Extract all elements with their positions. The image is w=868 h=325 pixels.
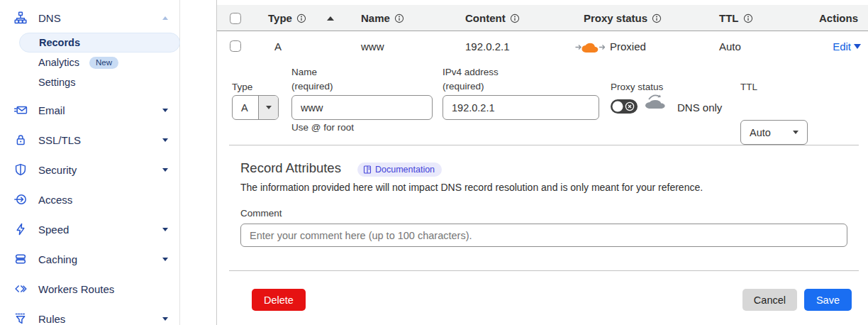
sidebar-item-settings[interactable]: Settings	[0, 74, 179, 91]
cancel-button[interactable]: Cancel	[742, 289, 797, 311]
info-icon[interactable]	[296, 13, 306, 23]
document-icon	[363, 165, 372, 174]
comment-label: Comment	[240, 208, 282, 219]
sidebar-item-label: Access	[38, 194, 72, 206]
info-icon[interactable]	[510, 13, 520, 23]
proxy-toggle[interactable]	[611, 99, 638, 116]
ttl-select[interactable]: Auto	[740, 120, 808, 145]
column-header-name[interactable]: Name	[361, 5, 404, 31]
sort-ascending-icon[interactable]	[327, 5, 334, 31]
code-chevrons-icon	[13, 282, 28, 295]
row-checkbox[interactable]	[230, 40, 241, 52]
chevron-down-icon	[258, 96, 278, 119]
name-input[interactable]	[291, 95, 433, 120]
sidebar-item-caching[interactable]: Caching	[0, 250, 179, 268]
sidebar-item-label: Email	[38, 104, 65, 116]
sidebar-item-speed[interactable]: Speed	[0, 221, 179, 238]
chevron-down-icon[interactable]	[162, 317, 168, 321]
chevron-down-icon[interactable]	[162, 168, 168, 172]
row-proxy-status: Proxied	[575, 31, 646, 61]
info-icon[interactable]	[394, 13, 404, 23]
documentation-link[interactable]: Documentation	[357, 162, 442, 177]
delete-button[interactable]: Delete	[252, 289, 306, 311]
ipv4-field-wrap	[443, 95, 599, 120]
save-button[interactable]: Save	[804, 289, 852, 311]
envelope-icon	[13, 104, 28, 116]
column-header-content[interactable]: Content	[465, 5, 520, 31]
select-all-checkbox[interactable]	[230, 13, 241, 24]
divider	[229, 270, 859, 271]
sidebar-item-email[interactable]: Email	[0, 101, 179, 119]
sidebar-item-label: Analytics	[38, 57, 79, 68]
sidebar: DNS Records Analytics New Settings Email	[0, 0, 180, 325]
comment-field-wrap	[240, 224, 847, 247]
ttl-label: TTL	[740, 80, 757, 94]
row-content: 192.0.2.1	[465, 31, 510, 61]
proxied-cloud-icon	[575, 40, 605, 53]
lightning-bolt-icon	[13, 223, 28, 236]
dns-only-cloud-icon	[643, 94, 667, 114]
proxy-status-label: Proxy status	[611, 80, 663, 94]
sidebar-item-label: Speed	[38, 224, 69, 236]
sidebar-item-label: DNS	[38, 12, 61, 24]
dns-records-panel: Type Name Content	[216, 0, 868, 325]
shield-icon	[13, 163, 28, 176]
sidebar-item-analytics[interactable]: Analytics New	[0, 54, 179, 71]
column-header-proxy-status[interactable]: Proxy status	[584, 5, 662, 31]
info-icon[interactable]	[743, 13, 753, 23]
sitemap-icon	[13, 11, 28, 24]
comment-input[interactable]	[240, 224, 847, 247]
sidebar-item-rules[interactable]: Rules	[0, 310, 179, 325]
dns-records-page: DNS Records Analytics New Settings Email	[0, 0, 868, 325]
sidebar-item-label: Security	[38, 164, 77, 176]
sidebar-item-label: Workers Routes	[38, 283, 114, 295]
chevron-down-icon[interactable]	[162, 258, 168, 261]
sidebar-item-label: Rules	[38, 313, 65, 325]
row-name: www	[361, 31, 384, 61]
ipv4-input[interactable]	[443, 95, 599, 120]
funnel-icon	[13, 312, 28, 325]
arrow-into-circle-icon	[13, 193, 28, 206]
sidebar-item-label: Records	[39, 37, 80, 48]
name-field-wrap	[291, 95, 433, 120]
sidebar-item-label: SSL/TLS	[38, 134, 81, 146]
name-help-text: Use @ for root	[291, 122, 354, 133]
record-attributes-title: Record Attributes	[240, 160, 341, 176]
sidebar-item-workers-routes[interactable]: Workers Routes	[0, 280, 179, 297]
new-badge: New	[89, 57, 118, 69]
info-icon[interactable]	[652, 13, 662, 23]
record-attributes-description: The information provided here will not i…	[240, 182, 703, 193]
sidebar-item-label: Settings	[38, 77, 75, 88]
column-header-actions: Actions	[819, 5, 858, 31]
type-label: Type	[232, 80, 252, 94]
ipv4-label: IPv4 address (required)	[443, 65, 499, 94]
chevron-down-icon	[854, 44, 861, 49]
chevron-down-icon[interactable]	[162, 228, 168, 231]
chevron-down-icon[interactable]	[162, 138, 168, 142]
sidebar-item-records[interactable]: Records	[19, 33, 180, 53]
type-select[interactable]: A	[232, 95, 279, 120]
chevron-down-icon[interactable]	[162, 109, 168, 112]
stacked-cache-icon	[13, 253, 28, 265]
table-row: A www 192.0.2.1 Proxied Auto Edit	[217, 31, 868, 61]
sidebar-item-access[interactable]: Access	[0, 191, 179, 208]
column-header-type[interactable]: Type	[268, 5, 306, 31]
sidebar-item-security[interactable]: Security	[0, 161, 179, 178]
chevron-down-icon	[793, 131, 799, 134]
row-ttl: Auto	[719, 31, 741, 61]
chevron-up-icon[interactable]	[162, 16, 168, 20]
padlock-icon	[13, 133, 28, 146]
table-header-row: Type Name Content	[217, 5, 868, 31]
sidebar-item-dns[interactable]: DNS	[0, 9, 179, 26]
row-type: A	[274, 31, 282, 61]
divider	[229, 145, 859, 145]
name-label: Name (required)	[291, 65, 333, 94]
edit-button[interactable]: Edit	[833, 31, 861, 61]
proxy-state-text: DNS only	[677, 95, 722, 120]
select-all-checkbox-cell	[230, 5, 241, 31]
sidebar-item-ssl-tls[interactable]: SSL/TLS	[0, 131, 179, 148]
column-header-ttl[interactable]: TTL	[719, 5, 753, 31]
sidebar-item-label: Caching	[38, 253, 77, 265]
row-checkbox-cell	[230, 31, 241, 61]
